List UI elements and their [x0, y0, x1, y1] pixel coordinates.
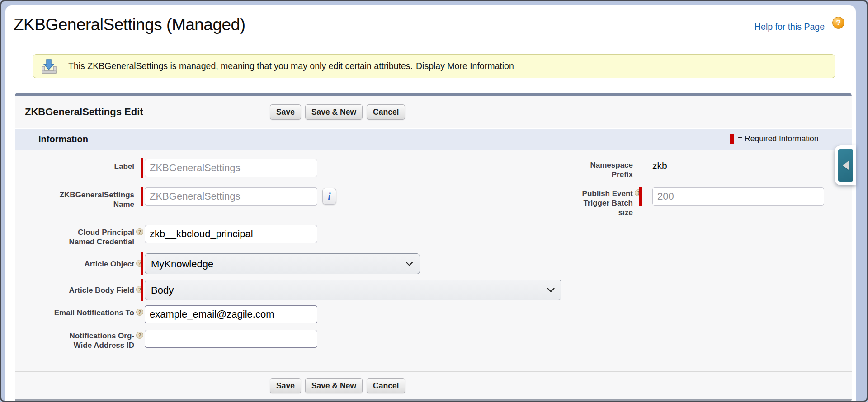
- sidebar-collapse-tab[interactable]: [835, 145, 856, 185]
- article-body-field-label: Article Body Field: [26, 285, 134, 295]
- article-body-select-wrap: Body: [145, 280, 561, 300]
- cloud-principal-field-label: Cloud Principal Named Credential: [26, 228, 134, 247]
- org-wide-address-input[interactable]: [145, 330, 317, 348]
- namespace-prefix-value: zkb: [652, 160, 667, 171]
- required-legend-text: = Required Information: [738, 134, 819, 144]
- page-title: ZKBGeneralSettings (Managed): [14, 15, 245, 34]
- edit-panel: ZKBGeneralSettings Edit Save Save & New …: [15, 93, 852, 402]
- information-form: Label ZKBGeneralSettings Name i Cloud Pr…: [15, 150, 852, 371]
- help-for-this-page-link[interactable]: Help for this Page: [755, 22, 825, 32]
- required-marker-icon: [730, 134, 734, 144]
- managed-info-banner: This ZKBGeneralSettings is managed, mean…: [33, 54, 835, 78]
- label-field-label: Label: [26, 162, 134, 171]
- save-button-top[interactable]: Save: [270, 104, 301, 120]
- edit-section-title: ZKBGeneralSettings Edit: [25, 106, 143, 118]
- information-section-title: Information: [38, 134, 88, 145]
- information-section-bar: Information = Required Information: [15, 129, 852, 150]
- cancel-button-bottom[interactable]: Cancel: [367, 378, 405, 393]
- email-notifications-input[interactable]: [145, 305, 317, 323]
- namespace-prefix-field-label: Namespace Prefix: [565, 160, 633, 179]
- name-field-label: ZKBGeneralSettings Name: [26, 190, 134, 209]
- help-question-icon[interactable]: ?: [832, 17, 844, 29]
- org-wide-address-help-icon[interactable]: ?: [136, 332, 143, 339]
- cloud-principal-input[interactable]: [145, 225, 317, 243]
- email-notifications-help-icon[interactable]: ?: [136, 309, 143, 316]
- panel-header: ZKBGeneralSettings Edit Save Save & New …: [15, 96, 852, 128]
- required-bar: [141, 187, 143, 206]
- cloud-principal-help-icon[interactable]: ?: [136, 228, 143, 235]
- required-legend: = Required Information: [730, 134, 819, 144]
- save-button-bottom[interactable]: Save: [270, 378, 301, 393]
- article-object-field-label: Article Object: [26, 259, 134, 269]
- publish-batch-field-label: Publish Event Trigger Batch size: [565, 189, 633, 217]
- panel-footer: Save Save & New Cancel: [15, 372, 852, 399]
- required-bar: [141, 158, 143, 178]
- label-input: [145, 159, 317, 177]
- display-more-information-link[interactable]: Display More Information: [416, 61, 514, 71]
- managed-package-download-icon: [40, 59, 57, 74]
- publish-batch-input: [652, 187, 824, 206]
- sidebar-collapse-tab-body[interactable]: [838, 149, 853, 182]
- required-bar: [141, 252, 143, 275]
- org-wide-address-field-label: Notifications Org- Wide Address ID: [26, 331, 134, 350]
- collapse-left-arrow-icon: [843, 161, 849, 170]
- save-and-new-button-top[interactable]: Save & New: [305, 104, 363, 120]
- article-object-select[interactable]: MyKnowledge: [145, 253, 420, 274]
- panel-bottom-bar: [15, 399, 852, 402]
- article-body-select[interactable]: Body: [145, 280, 561, 300]
- save-and-new-button-bottom[interactable]: Save & New: [305, 378, 363, 393]
- panel-top-bar: [15, 93, 852, 96]
- required-bar: [639, 187, 642, 206]
- name-info-icon[interactable]: i: [322, 188, 336, 205]
- name-input: [145, 187, 317, 206]
- banner-message: This ZKBGeneralSettings is managed, mean…: [68, 61, 413, 71]
- cancel-button-top[interactable]: Cancel: [367, 104, 405, 120]
- email-notifications-field-label: Email Notifications To: [26, 308, 134, 318]
- article-object-select-wrap: MyKnowledge: [145, 253, 420, 274]
- required-bar: [141, 279, 143, 301]
